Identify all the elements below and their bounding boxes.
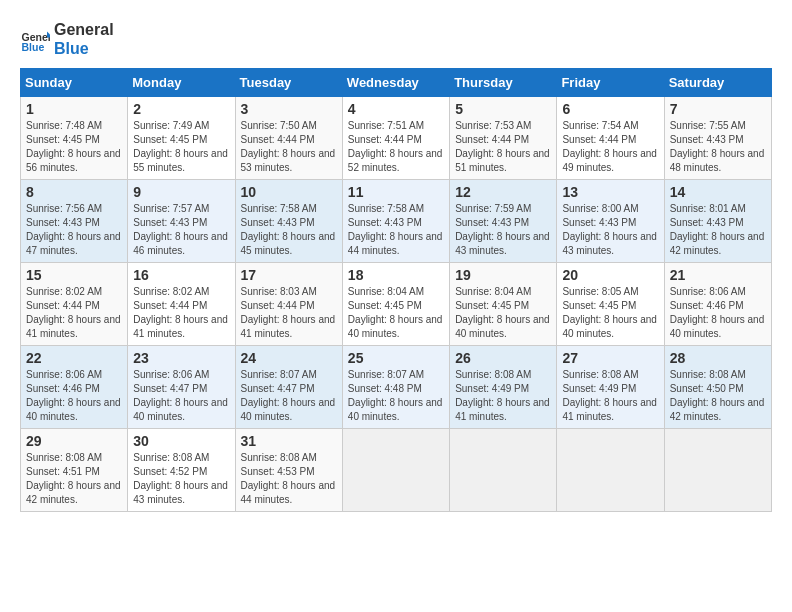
col-monday: Monday (128, 69, 235, 97)
table-row: 12Sunrise: 7:59 AMSunset: 4:43 PMDayligh… (450, 180, 557, 263)
calendar-week-row: 15Sunrise: 8:02 AMSunset: 4:44 PMDayligh… (21, 263, 772, 346)
table-row: 15Sunrise: 8:02 AMSunset: 4:44 PMDayligh… (21, 263, 128, 346)
table-row: 19Sunrise: 8:04 AMSunset: 4:45 PMDayligh… (450, 263, 557, 346)
logo: General Blue General Blue (20, 20, 114, 58)
table-row: 5Sunrise: 7:53 AMSunset: 4:44 PMDaylight… (450, 97, 557, 180)
calendar-week-row: 22Sunrise: 8:06 AMSunset: 4:46 PMDayligh… (21, 346, 772, 429)
table-row: 8Sunrise: 7:56 AMSunset: 4:43 PMDaylight… (21, 180, 128, 263)
table-row: 29Sunrise: 8:08 AMSunset: 4:51 PMDayligh… (21, 429, 128, 512)
table-row: 31Sunrise: 8:08 AMSunset: 4:53 PMDayligh… (235, 429, 342, 512)
page-header: General Blue General Blue (20, 20, 772, 58)
calendar-week-row: 29Sunrise: 8:08 AMSunset: 4:51 PMDayligh… (21, 429, 772, 512)
logo-general: General (54, 20, 114, 39)
calendar-week-row: 1Sunrise: 7:48 AMSunset: 4:45 PMDaylight… (21, 97, 772, 180)
table-row: 22Sunrise: 8:06 AMSunset: 4:46 PMDayligh… (21, 346, 128, 429)
table-row (664, 429, 771, 512)
table-row: 20Sunrise: 8:05 AMSunset: 4:45 PMDayligh… (557, 263, 664, 346)
table-row: 1Sunrise: 7:48 AMSunset: 4:45 PMDaylight… (21, 97, 128, 180)
table-row (342, 429, 449, 512)
col-tuesday: Tuesday (235, 69, 342, 97)
table-row: 21Sunrise: 8:06 AMSunset: 4:46 PMDayligh… (664, 263, 771, 346)
svg-text:Blue: Blue (22, 41, 45, 53)
table-row: 27Sunrise: 8:08 AMSunset: 4:49 PMDayligh… (557, 346, 664, 429)
table-row: 6Sunrise: 7:54 AMSunset: 4:44 PMDaylight… (557, 97, 664, 180)
col-sunday: Sunday (21, 69, 128, 97)
col-wednesday: Wednesday (342, 69, 449, 97)
table-row: 14Sunrise: 8:01 AMSunset: 4:43 PMDayligh… (664, 180, 771, 263)
table-row: 9Sunrise: 7:57 AMSunset: 4:43 PMDaylight… (128, 180, 235, 263)
logo-blue: Blue (54, 39, 114, 58)
table-row: 7Sunrise: 7:55 AMSunset: 4:43 PMDaylight… (664, 97, 771, 180)
table-row: 28Sunrise: 8:08 AMSunset: 4:50 PMDayligh… (664, 346, 771, 429)
table-row: 25Sunrise: 8:07 AMSunset: 4:48 PMDayligh… (342, 346, 449, 429)
col-saturday: Saturday (664, 69, 771, 97)
table-row (557, 429, 664, 512)
table-row: 17Sunrise: 8:03 AMSunset: 4:44 PMDayligh… (235, 263, 342, 346)
table-row: 16Sunrise: 8:02 AMSunset: 4:44 PMDayligh… (128, 263, 235, 346)
calendar-table: Sunday Monday Tuesday Wednesday Thursday… (20, 68, 772, 512)
table-row: 10Sunrise: 7:58 AMSunset: 4:43 PMDayligh… (235, 180, 342, 263)
table-row: 24Sunrise: 8:07 AMSunset: 4:47 PMDayligh… (235, 346, 342, 429)
table-row (450, 429, 557, 512)
table-row: 18Sunrise: 8:04 AMSunset: 4:45 PMDayligh… (342, 263, 449, 346)
col-friday: Friday (557, 69, 664, 97)
table-row: 30Sunrise: 8:08 AMSunset: 4:52 PMDayligh… (128, 429, 235, 512)
col-thursday: Thursday (450, 69, 557, 97)
calendar-week-row: 8Sunrise: 7:56 AMSunset: 4:43 PMDaylight… (21, 180, 772, 263)
table-row: 3Sunrise: 7:50 AMSunset: 4:44 PMDaylight… (235, 97, 342, 180)
table-row: 2Sunrise: 7:49 AMSunset: 4:45 PMDaylight… (128, 97, 235, 180)
table-row: 11Sunrise: 7:58 AMSunset: 4:43 PMDayligh… (342, 180, 449, 263)
table-row: 13Sunrise: 8:00 AMSunset: 4:43 PMDayligh… (557, 180, 664, 263)
logo-icon: General Blue (20, 24, 50, 54)
calendar-header-row: Sunday Monday Tuesday Wednesday Thursday… (21, 69, 772, 97)
table-row: 4Sunrise: 7:51 AMSunset: 4:44 PMDaylight… (342, 97, 449, 180)
table-row: 26Sunrise: 8:08 AMSunset: 4:49 PMDayligh… (450, 346, 557, 429)
table-row: 23Sunrise: 8:06 AMSunset: 4:47 PMDayligh… (128, 346, 235, 429)
